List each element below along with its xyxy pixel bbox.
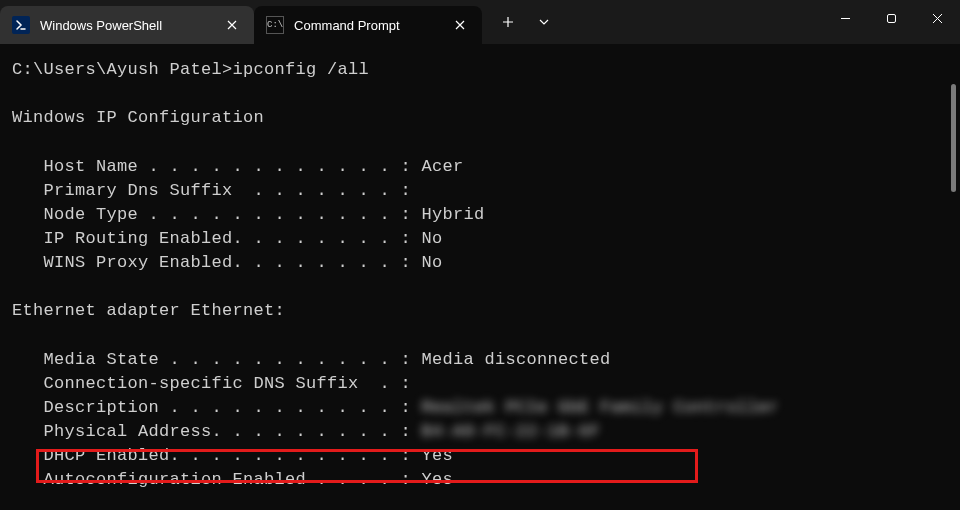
maximize-button[interactable] xyxy=(868,0,914,36)
command-text: ipconfig /all xyxy=(233,60,370,79)
config-value: Media disconnected xyxy=(422,350,611,369)
config-label: Primary Dns Suffix . . . . . . . : xyxy=(12,181,411,200)
config-value: Acer xyxy=(422,157,464,176)
config-label: Description . . . . . . . . . . . : xyxy=(12,398,422,417)
config-label: DHCP Enabled. . . . . . . . . . . : xyxy=(12,446,422,465)
config-label: WINS Proxy Enabled. . . . . . . . : xyxy=(12,253,422,272)
close-icon[interactable] xyxy=(450,15,470,35)
config-value-blurred: B4-A9-FC-22-1B-6F xyxy=(422,422,601,441)
svg-rect-0 xyxy=(887,14,895,22)
terminal-output[interactable]: C:\Users\Ayush Patel>ipconfig /all Windo… xyxy=(0,44,960,506)
config-value: Yes xyxy=(422,446,454,465)
tab-command-prompt[interactable]: C:\ Command Prompt xyxy=(254,6,481,44)
config-label: Autoconfiguration Enabled . . . . : xyxy=(12,470,422,489)
config-label: Physical Address. . . . . . . . . : xyxy=(12,422,422,441)
window-controls xyxy=(822,0,960,36)
tab-label: Windows PowerShell xyxy=(40,18,162,33)
config-label: Host Name . . . . . . . . . . . . : xyxy=(12,157,422,176)
config-value-blurred: Realtek PCIe GbE Family Controller xyxy=(422,398,779,417)
close-window-button[interactable] xyxy=(914,0,960,36)
tab-label: Command Prompt xyxy=(294,18,399,33)
config-value: Hybrid xyxy=(422,205,485,224)
tab-powershell[interactable]: Windows PowerShell xyxy=(0,6,254,44)
config-label: IP Routing Enabled. . . . . . . . : xyxy=(12,229,422,248)
prompt-path: C:\Users\Ayush Patel> xyxy=(12,60,233,79)
new-tab-button[interactable] xyxy=(490,4,526,40)
config-value: No xyxy=(422,253,443,272)
section-heading: Ethernet adapter Ethernet: xyxy=(12,299,948,323)
close-icon[interactable] xyxy=(222,15,242,35)
cmd-icon: C:\ xyxy=(266,16,284,34)
config-label: Connection-specific DNS Suffix . : xyxy=(12,374,411,393)
section-heading: Windows IP Configuration xyxy=(12,106,948,130)
titlebar: Windows PowerShell C:\ Command Prompt xyxy=(0,0,960,44)
config-label: Media State . . . . . . . . . . . : xyxy=(12,350,422,369)
config-value: Yes xyxy=(422,470,454,489)
tabs-container: Windows PowerShell C:\ Command Prompt xyxy=(0,0,562,44)
config-value: No xyxy=(422,229,443,248)
tab-dropdown-button[interactable] xyxy=(526,4,562,40)
powershell-icon xyxy=(12,16,30,34)
config-label: Node Type . . . . . . . . . . . . : xyxy=(12,205,422,224)
scrollbar-thumb[interactable] xyxy=(951,84,956,192)
minimize-button[interactable] xyxy=(822,0,868,36)
